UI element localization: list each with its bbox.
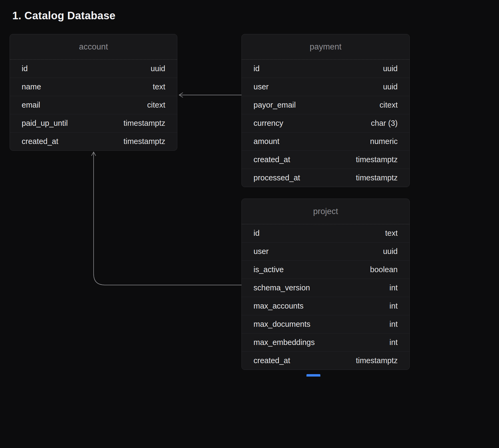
field-name: payor_email	[254, 101, 296, 109]
field-type: timestamptz	[124, 119, 165, 128]
table-row: processed_at timestamptz	[242, 169, 409, 187]
field-type: timestamptz	[356, 155, 398, 164]
table-row: max_embeddings int	[242, 333, 409, 352]
field-type: timestamptz	[356, 173, 398, 182]
field-type: int	[389, 283, 398, 292]
table-row: created_at timestamptz	[10, 132, 177, 150]
table-row: user uuid	[242, 78, 409, 96]
field-type: citext	[379, 101, 398, 109]
field-type: uuid	[383, 247, 398, 256]
field-type: boolean	[370, 265, 398, 274]
table-row: amount numeric	[242, 132, 409, 151]
field-type: int	[389, 302, 398, 310]
diagram-title: 1. Catalog Database	[12, 10, 116, 22]
field-type: citext	[147, 101, 165, 109]
diagram-canvas: 1. Catalog Database account id uuid name…	[0, 0, 499, 448]
field-type: uuid	[383, 64, 398, 73]
field-name: id	[22, 64, 28, 73]
table-title: account	[10, 34, 177, 60]
table-row: max_accounts int	[242, 297, 409, 315]
field-name: currency	[254, 119, 283, 128]
table-row: currency char (3)	[242, 114, 409, 132]
field-name: user	[254, 247, 268, 256]
field-type: int	[389, 338, 398, 347]
edge-project-to-account	[91, 152, 241, 285]
field-type: int	[389, 320, 398, 329]
field-type: char (3)	[371, 119, 398, 128]
table-title: project	[242, 199, 409, 224]
field-type: text	[153, 82, 165, 91]
field-name: schema_version	[254, 283, 310, 292]
field-name: created_at	[254, 155, 290, 164]
field-type: text	[385, 229, 398, 238]
field-type: uuid	[151, 64, 165, 73]
table-node-payment[interactable]: payment id uuid user uuid payor_email ci…	[241, 34, 410, 187]
edge-payment-to-account	[179, 93, 241, 97]
table-row: created_at timestamptz	[242, 151, 409, 169]
field-name: processed_at	[254, 173, 300, 182]
table-title: payment	[242, 34, 409, 60]
field-name: email	[22, 101, 40, 109]
table-row: payor_email citext	[242, 96, 409, 114]
field-type: numeric	[370, 137, 398, 146]
field-type: uuid	[383, 82, 398, 91]
field-type: timestamptz	[124, 137, 165, 146]
field-name: name	[22, 82, 41, 91]
field-name: max_accounts	[254, 302, 304, 310]
table-row: max_documents int	[242, 315, 409, 333]
table-row: user uuid	[242, 242, 409, 261]
field-name: created_at	[254, 356, 290, 365]
field-name: id	[254, 64, 260, 73]
table-row: id uuid	[10, 60, 177, 78]
table-row: created_at timestamptz	[242, 352, 409, 370]
table-row: id text	[242, 224, 409, 242]
field-name: paid_up_until	[22, 119, 68, 128]
field-name: created_at	[22, 137, 58, 146]
field-name: max_embeddings	[254, 338, 315, 347]
field-name: max_documents	[254, 320, 310, 329]
table-row: email citext	[10, 96, 177, 114]
table-row: name text	[10, 78, 177, 96]
cutoff-blue-element	[306, 374, 320, 377]
table-node-account[interactable]: account id uuid name text email citext p…	[10, 34, 177, 151]
field-name: is_active	[254, 265, 284, 274]
field-name: amount	[254, 137, 279, 146]
table-row: schema_version int	[242, 279, 409, 297]
table-row: paid_up_until timestamptz	[10, 114, 177, 132]
field-type: timestamptz	[356, 356, 398, 365]
table-row: id uuid	[242, 60, 409, 78]
field-name: user	[254, 82, 268, 91]
table-node-project[interactable]: project id text user uuid is_active bool…	[241, 199, 410, 370]
table-row: is_active boolean	[242, 261, 409, 279]
field-name: id	[254, 229, 260, 238]
